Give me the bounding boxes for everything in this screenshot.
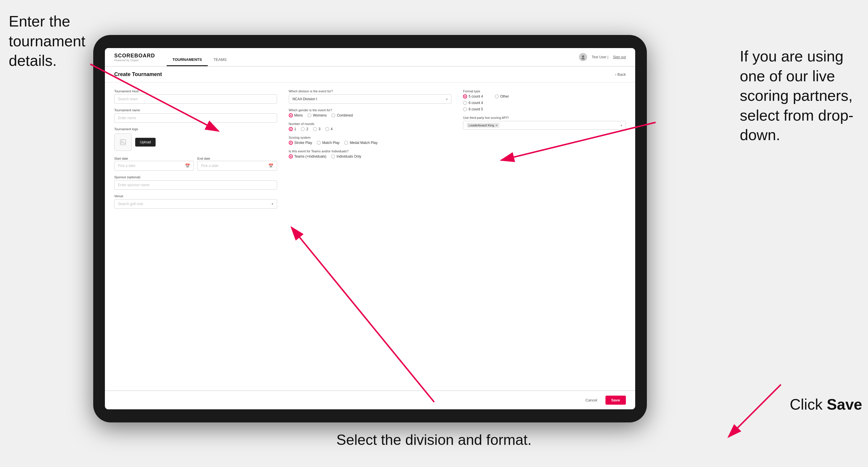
calendar-end-icon: 📅: [268, 163, 273, 168]
format-6count4-radio[interactable]: [463, 101, 467, 105]
gender-womens[interactable]: Womens: [307, 113, 327, 117]
format-6count5-radio[interactable]: [463, 107, 467, 111]
teams-group: Is this event for Teams and/or Individua…: [289, 150, 452, 158]
tablet-frame: SCOREBOARD Powered by Clippit TOURNAMENT…: [93, 35, 647, 423]
teams-plus-individuals[interactable]: Teams (+Individuals): [289, 154, 326, 158]
rounds-group: Number of rounds 1 2 3: [289, 122, 452, 131]
back-link[interactable]: ‹ Back: [615, 72, 626, 76]
format-6count5[interactable]: 6 count 5: [463, 107, 483, 111]
scoring-label: Scoring system: [289, 136, 452, 139]
format-6count4[interactable]: 6 count 4: [463, 101, 483, 105]
save-button[interactable]: Save: [606, 396, 626, 405]
individuals-only[interactable]: Individuals Only: [331, 154, 361, 158]
rounds-3[interactable]: 3: [313, 127, 320, 131]
api-dropdown-icon: ▾: [621, 124, 622, 127]
format-5count4-radio[interactable]: [463, 94, 467, 98]
format-right-options: Other: [495, 94, 509, 98]
format-other-radio[interactable]: [495, 94, 499, 98]
signout-link[interactable]: Sign out: [613, 55, 626, 59]
venue-group: Venue Search golf club ▾: [114, 194, 277, 209]
dates-group: Start date Pick a date 📅 End date Pick a…: [114, 156, 277, 171]
rounds-1-radio[interactable]: [289, 127, 293, 131]
individuals-radio[interactable]: [331, 154, 335, 158]
start-date-group: Start date Pick a date 📅: [114, 156, 194, 171]
tournament-name-label: Tournament name: [114, 108, 277, 112]
navbar: SCOREBOARD Powered by Clippit TOURNAMENT…: [105, 48, 635, 67]
scoring-group: Scoring system Stroke Play Match Play: [289, 136, 452, 145]
division-label: Which division is the event for?: [289, 89, 452, 93]
tournament-host-input[interactable]: Search team: [114, 94, 277, 104]
svg-point-0: [582, 55, 584, 58]
format-type-label: Format type: [463, 89, 626, 93]
tournament-logo-label: Tournament logo: [114, 127, 277, 131]
left-section: Tournament Host Search team Tournament n…: [114, 89, 277, 383]
scoring-match[interactable]: Match Play: [317, 141, 339, 145]
division-chevron-icon: ▾: [446, 98, 447, 101]
gender-radio-group: Mens Womens Combined: [289, 113, 452, 117]
teams-radio[interactable]: [289, 154, 293, 158]
teams-label: Is this event for Teams and/or Individua…: [289, 150, 452, 153]
sponsor-input[interactable]: Enter sponsor name: [114, 180, 277, 190]
date-row: Start date Pick a date 📅 End date Pick a…: [114, 156, 277, 171]
end-date-label: End date: [197, 157, 210, 160]
gender-mens[interactable]: Mens: [289, 113, 303, 117]
gender-mens-radio[interactable]: [289, 113, 293, 117]
venue-label: Venue: [114, 194, 277, 198]
tab-teams[interactable]: TEAMS: [208, 48, 232, 66]
gender-womens-radio[interactable]: [307, 113, 311, 117]
rounds-label: Number of rounds: [289, 122, 452, 126]
logo-placeholder: [114, 133, 132, 151]
rounds-2[interactable]: 2: [301, 127, 308, 131]
api-tag-remove[interactable]: ✕: [495, 124, 498, 127]
gender-group: Which gender is the event for? Mens Wome…: [289, 108, 452, 117]
start-date-label: Start date: [114, 157, 128, 160]
end-date-input[interactable]: Pick a date 📅: [197, 161, 277, 171]
annotation-bottomright: Click Save: [789, 395, 862, 414]
format-5count4[interactable]: 5 count 4: [463, 94, 483, 98]
format-other[interactable]: Other: [495, 94, 509, 98]
scoring-medal-match[interactable]: Medal Match Play: [344, 141, 377, 145]
division-group: Which division is the event for? NCAA Di…: [289, 89, 452, 104]
venue-chevron-icon: ▾: [272, 202, 273, 206]
gender-combined[interactable]: Combined: [331, 113, 353, 117]
form-footer: Cancel Save: [105, 391, 635, 409]
rounds-4-radio[interactable]: [325, 127, 329, 131]
api-input[interactable]: Leaderboard King ✕ ▾: [463, 121, 626, 130]
scoring-radio-group: Stroke Play Match Play Medal Match Play: [289, 141, 452, 145]
tournament-name-input[interactable]: Enter name: [114, 113, 277, 123]
rounds-3-radio[interactable]: [313, 127, 317, 131]
cancel-button[interactable]: Cancel: [581, 396, 602, 405]
scoring-stroke-radio[interactable]: [289, 141, 293, 145]
rounds-4[interactable]: 4: [325, 127, 333, 131]
rounds-2-radio[interactable]: [301, 127, 305, 131]
middle-section: Which division is the event for? NCAA Di…: [289, 89, 452, 383]
right-section: Format type 5 count 4 6 count 4: [463, 89, 626, 383]
api-tag: Leaderboard King ✕: [467, 123, 499, 128]
user-label: Test User |: [592, 55, 609, 59]
logo-sub: Powered by Clippit: [114, 59, 155, 62]
form-body: Tournament Host Search team Tournament n…: [105, 83, 635, 391]
upload-button[interactable]: Upload: [135, 138, 156, 147]
gender-combined-radio[interactable]: [331, 113, 335, 117]
venue-input[interactable]: Search golf club ▾: [114, 199, 277, 209]
rounds-radio-group: 1 2 3 4: [289, 127, 452, 131]
gender-label: Which gender is the event for?: [289, 108, 452, 112]
annotation-bottomcenter: Select the division and format.: [337, 431, 532, 449]
scoring-medal-radio[interactable]: [344, 141, 348, 145]
tournament-logo-group: Tournament logo Upload: [114, 127, 277, 151]
tournament-host-label: Tournament Host: [114, 89, 277, 93]
format-options-container: 5 count 4 6 count 4 6 count 5: [463, 94, 626, 111]
api-group: Use third-party live scoring API? Leader…: [463, 116, 626, 130]
svg-rect-2: [120, 139, 126, 145]
division-select[interactable]: NCAA Division I ▾: [289, 94, 452, 104]
start-date-input[interactable]: Pick a date 📅: [114, 161, 194, 171]
logo-main: SCOREBOARD: [114, 53, 155, 59]
scoring-match-radio[interactable]: [317, 141, 321, 145]
sponsor-label: Sponsor (optional): [114, 176, 277, 179]
rounds-1[interactable]: 1: [289, 127, 296, 131]
avatar: [579, 53, 587, 61]
annotation-topright: If you are using one of our live scoring…: [740, 46, 862, 145]
tab-tournaments[interactable]: TOURNAMENTS: [167, 48, 208, 66]
tournament-host-group: Tournament Host Search team: [114, 89, 277, 104]
scoring-stroke[interactable]: Stroke Play: [289, 141, 312, 145]
